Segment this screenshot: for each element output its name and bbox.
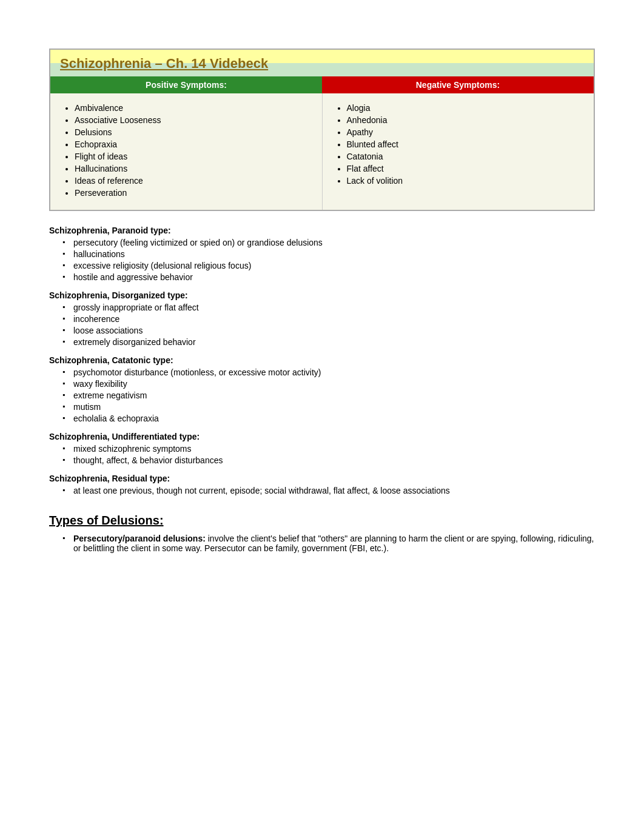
list-item: echolalia & echopraxia [73, 414, 595, 423]
paranoid-heading: Schizophrenia, Paranoid type: [49, 226, 595, 235]
positive-symptom-item: Ideas of reference [75, 176, 310, 186]
list-item: hostile and aggressive behavior [73, 272, 595, 282]
list-item: extremely disorganized behavior [73, 337, 595, 347]
list-item: psychomotor disturbance (motionless, or … [73, 367, 595, 377]
list-item: extreme negativism [73, 391, 595, 400]
delusion-item: Persecutory/paranoid delusions: involve … [73, 534, 595, 553]
positive-symptoms-header: Positive Symptoms: [50, 76, 322, 93]
negative-symptoms-col: AlogiaAnhedoniaApathyBlunted affectCatat… [323, 93, 594, 210]
positive-symptom-item: Hallucinations [75, 164, 310, 173]
positive-symptom-item: Associative Looseness [75, 115, 310, 125]
list-item: at least one previous, though not curren… [73, 486, 595, 495]
negative-symptoms-list: AlogiaAnhedoniaApathyBlunted affectCatat… [341, 103, 582, 186]
positive-symptom-item: Ambivalence [75, 103, 310, 113]
undifferentiated-list: mixed schizophrenic symptomsthought, aff… [49, 444, 595, 465]
list-item: grossly inappropriate or flat affect [73, 303, 595, 312]
list-item: hallucinations [73, 249, 595, 259]
positive-symptom-item: Echopraxia [75, 139, 310, 149]
positive-symptom-item: Flight of ideas [75, 152, 310, 161]
list-item: mixed schizophrenic symptoms [73, 444, 595, 454]
catatonic-list: psychomotor disturbance (motionless, or … [49, 367, 595, 423]
list-item: waxy flexibility [73, 379, 595, 389]
symptoms-header-row: Positive Symptoms: Negative Symptoms: [50, 76, 594, 93]
list-item: excessive religiosity (delusional religi… [73, 261, 595, 270]
positive-symptom-item: Perseveration [75, 188, 310, 198]
list-item: incoherence [73, 314, 595, 324]
undifferentiated-heading: Schizophrenia, Undifferentiated type: [49, 432, 595, 441]
positive-symptom-item: Delusions [75, 127, 310, 137]
disorganized-heading: Schizophrenia, Disorganized type: [49, 290, 595, 300]
negative-symptom-item: Lack of volition [347, 176, 582, 186]
catatonic-heading: Schizophrenia, Catatonic type: [49, 355, 595, 365]
delusions-list: Persecutory/paranoid delusions: involve … [49, 534, 595, 553]
negative-symptom-item: Alogia [347, 103, 582, 113]
positive-symptoms-col: AmbivalenceAssociative LoosenessDelusion… [50, 93, 323, 210]
content-section: Schizophrenia, Paranoid type: persecutor… [49, 226, 595, 553]
title-row: Schizophrenia – Ch. 14 Videbeck [50, 50, 594, 76]
list-item: loose associations [73, 326, 595, 335]
negative-symptoms-header: Negative Symptoms: [322, 76, 594, 93]
negative-symptom-item: Flat affect [347, 164, 582, 173]
list-item: mutism [73, 402, 595, 412]
residual-list: at least one previous, though not curren… [49, 486, 595, 495]
negative-symptom-item: Anhedonia [347, 115, 582, 125]
list-item: thought, affect, & behavior disturbances [73, 455, 595, 465]
delusion-term: Persecutory/paranoid delusions: [73, 534, 206, 543]
page-title: Schizophrenia – Ch. 14 Videbeck [60, 56, 268, 71]
positive-symptoms-list: AmbivalenceAssociative LoosenessDelusion… [69, 103, 310, 198]
negative-symptom-item: Apathy [347, 127, 582, 137]
main-container: Schizophrenia – Ch. 14 Videbeck Positive… [49, 49, 595, 553]
paranoid-list: persecutory (feeling victimized or spied… [49, 238, 595, 282]
residual-heading: Schizophrenia, Residual type: [49, 474, 595, 483]
symptoms-body: AmbivalenceAssociative LoosenessDelusion… [50, 93, 594, 210]
list-item: persecutory (feeling victimized or spied… [73, 238, 595, 247]
delusions-heading: Types of Delusions: [49, 514, 595, 528]
title-box: Schizophrenia – Ch. 14 Videbeck Positive… [49, 49, 595, 211]
negative-symptom-item: Catatonia [347, 152, 582, 161]
disorganized-list: grossly inappropriate or flat affectinco… [49, 303, 595, 347]
negative-symptom-item: Blunted affect [347, 139, 582, 149]
